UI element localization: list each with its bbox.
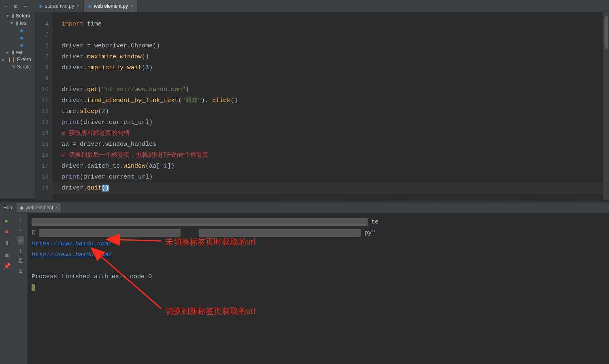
folder-icon: ▮ xyxy=(16,20,19,26)
tab-label: staredriver.py xyxy=(45,3,74,9)
line-number: 14 xyxy=(35,128,53,139)
line-number: 15 xyxy=(35,139,53,150)
run-panel-header: Run: ◆ web element × xyxy=(0,202,609,213)
run-tab-label: web element xyxy=(26,205,53,211)
console-line: http://news.baidu.com/ xyxy=(32,249,605,260)
run-icon[interactable]: ▶ xyxy=(3,217,11,225)
code-line[interactable]: driver.implicitly_wait(6) xyxy=(53,62,609,73)
close-icon[interactable]: × xyxy=(55,205,58,211)
tree-item[interactable]: ◆ xyxy=(0,41,35,49)
tab-label: web element.py xyxy=(94,3,128,9)
code-line[interactable]: # 获取所有标签页的句柄 xyxy=(53,128,609,139)
tree-arrow-icon: ▸ xyxy=(2,57,6,62)
code-line[interactable]: time.sleep(2) xyxy=(53,106,609,117)
tree-arrow-icon: ▸ xyxy=(6,49,11,55)
tree-arrow-icon: ▾ xyxy=(11,20,15,26)
tree-item[interactable]: ◆ xyxy=(0,27,35,34)
code-line[interactable]: driver.switch_to.window(aa[-1]) xyxy=(53,161,609,172)
project-tree[interactable]: ▾▮Seleni▾▮tes◆◆◆▸▮ver▸❙❙Extern✎Scratc xyxy=(0,12,35,198)
code-line[interactable]: driver = webdriver.Chrome() xyxy=(53,40,609,51)
tree-item[interactable]: ◆ xyxy=(0,34,35,41)
console-caret xyxy=(32,284,35,291)
line-number: 7 xyxy=(35,51,53,62)
code-line[interactable] xyxy=(53,30,609,40)
tree-item[interactable]: ▾▮tes xyxy=(0,19,35,27)
exit-icon[interactable]: ⏏ xyxy=(3,251,11,259)
console-line: Process finished with exit code 0 xyxy=(32,271,605,282)
python-icon: ◆ xyxy=(20,205,23,211)
code-line[interactable]: # 切换到最后一个标签页，也就是刚打开的这个标签页 xyxy=(53,150,609,161)
line-number: 11 xyxy=(35,95,53,106)
settings-icon[interactable]: ⚙ xyxy=(12,2,19,10)
pin-icon[interactable]: 📌 xyxy=(3,262,11,270)
nav-toolbar: ← ⚙ — xyxy=(0,0,35,12)
code-line[interactable]: driver.quit() xyxy=(53,183,609,194)
line-number: 17 xyxy=(35,161,53,172)
redacted-text xyxy=(199,229,361,237)
tree-item[interactable]: ▸▮ver xyxy=(0,49,35,56)
tree-item-label: ver xyxy=(16,49,23,55)
back-icon[interactable]: ← xyxy=(2,2,10,10)
code-editor[interactable]: 45678910111213141516171819 import time d… xyxy=(35,12,609,200)
library-icon: ❙❙ xyxy=(8,57,16,62)
python-icon: ◆ xyxy=(88,3,92,9)
line-number: 6 xyxy=(35,40,53,51)
console-output[interactable]: te C py" https://www.baidu.com/ http://n… xyxy=(28,213,609,364)
code-line[interactable]: driver.find_element_by_link_text("新闻"). … xyxy=(53,95,609,106)
close-icon[interactable]: × xyxy=(130,3,133,9)
console-text: C xyxy=(32,230,35,236)
line-number: 10 xyxy=(35,84,53,95)
run-label: Run: xyxy=(3,205,13,211)
down-arrow-icon[interactable]: ↓ xyxy=(19,226,22,233)
redacted-text xyxy=(32,218,368,226)
editor-tab[interactable]: ◆web element.py× xyxy=(84,0,138,12)
code-line[interactable]: import time xyxy=(53,19,609,30)
tree-item-label: Extern xyxy=(17,57,31,62)
code-line[interactable] xyxy=(53,73,609,84)
run-tab[interactable]: ◆ web element × xyxy=(17,203,62,212)
line-number: 9 xyxy=(35,73,53,84)
redacted-text xyxy=(39,229,181,237)
tree-item[interactable]: ▸❙❙Extern xyxy=(0,56,35,63)
wrap-icon[interactable]: ⤶ xyxy=(17,236,24,245)
editor-tab[interactable]: ◆staredriver.py× xyxy=(35,0,84,12)
console-line: https://www.baidu.com/ xyxy=(32,238,605,249)
collapse-icon[interactable]: — xyxy=(22,2,29,10)
tree-item[interactable]: ✎Scratc xyxy=(0,63,35,70)
console-caret-line xyxy=(32,282,605,293)
console-line: te xyxy=(32,217,605,228)
editor-scrollbar[interactable] xyxy=(603,12,609,200)
run-tool-column-1: ▶ ■ ⏸ ⏏ 📌 xyxy=(0,213,14,364)
pause-icon[interactable]: ⏸ xyxy=(3,239,11,247)
run-body: ▶ ■ ⏸ ⏏ 📌 ↑ ↓ ⤶ ⤓ 🖶 🗑 te C py" xyxy=(0,213,609,364)
code-line[interactable]: print(driver.current_url) xyxy=(53,117,609,128)
console-line: C py" xyxy=(32,228,605,238)
python-file-icon: ◆ xyxy=(20,35,23,40)
scroll-to-end-icon[interactable]: ⤓ xyxy=(18,248,23,255)
console-line xyxy=(32,260,605,271)
code-line[interactable]: driver.maximize_window() xyxy=(53,51,609,62)
close-icon[interactable]: × xyxy=(77,3,79,9)
line-number: 8 xyxy=(35,62,53,73)
python-file-icon: ◆ xyxy=(20,28,23,33)
stop-icon[interactable]: ■ xyxy=(3,228,11,236)
code-line[interactable]: aa = driver.window_handles xyxy=(53,139,609,150)
code-area[interactable]: import time driver = webdriver.Chrome()d… xyxy=(53,12,609,200)
tree-item[interactable]: ▾▮Seleni xyxy=(0,12,35,19)
console-link[interactable]: https://www.baidu.com/ xyxy=(32,241,112,247)
console-link[interactable]: http://news.baidu.com/ xyxy=(32,251,112,258)
line-number: 18 xyxy=(35,172,53,183)
line-gutter: 45678910111213141516171819 xyxy=(35,12,53,200)
run-panel: Run: ◆ web element × ▶ ■ ⏸ ⏏ 📌 ↑ ↓ ⤶ ⤓ 🖶… xyxy=(0,202,609,364)
trash-icon[interactable]: 🗑 xyxy=(18,268,23,274)
folder-icon: ▮ xyxy=(12,13,15,19)
line-number: 4 xyxy=(35,19,53,30)
code-line[interactable]: driver.get("https://www.baidu.com") xyxy=(53,84,609,95)
code-line[interactable]: print(driver.current_url) xyxy=(53,172,609,183)
line-number: 12 xyxy=(35,106,53,117)
run-tool-column-2: ↑ ↓ ⤶ ⤓ 🖶 🗑 xyxy=(14,213,28,364)
annotation-label-1: 未切换标签页时获取的url xyxy=(165,236,255,247)
scrollbar-thumb[interactable] xyxy=(605,16,608,49)
up-arrow-icon[interactable]: ↑ xyxy=(19,217,22,223)
print-icon[interactable]: 🖶 xyxy=(18,258,23,264)
